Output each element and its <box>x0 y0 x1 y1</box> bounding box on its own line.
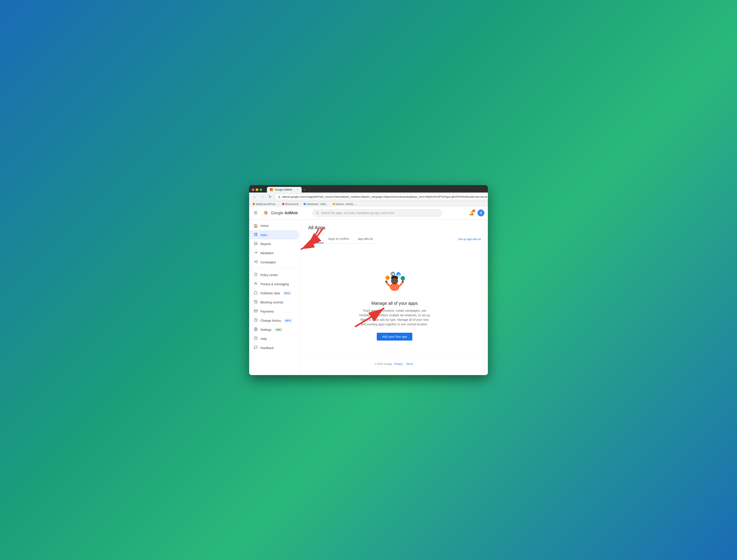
sidebar-item-campaigns[interactable]: Campaigns <box>249 258 299 267</box>
sidebar: 🏠 Home Apps Reports <box>249 220 301 375</box>
sidebar-item-label: Settings <box>261 328 272 331</box>
svg-point-3 <box>316 212 319 214</box>
forward-button[interactable]: → <box>260 194 266 200</box>
tabs-header-row: Apps Apps to confirm app-ads.txt Set up … <box>308 235 481 244</box>
sidebar-item-label: Privacy & messaging <box>261 282 289 286</box>
home-icon: 🏠 <box>254 224 258 228</box>
bookmark-label: Dashboard · Swift... <box>307 203 328 205</box>
search-icon <box>316 211 319 215</box>
campaigns-icon <box>254 260 258 265</box>
sidebar-item-label: Reports <box>261 242 271 246</box>
privacy-icon <box>254 282 258 287</box>
bookmark-dashboard[interactable]: Dashboard · Swift... <box>303 202 328 206</box>
manage-apps-illustration: 📍 ♪ <box>381 270 407 296</box>
svg-point-2 <box>265 212 266 214</box>
add-first-app-button[interactable]: Add your first app <box>377 333 412 341</box>
tab-bar: Google AdMob × + <box>267 187 307 193</box>
tab-close-icon[interactable]: × <box>297 188 299 191</box>
sidebar-item-label: Help <box>261 337 267 341</box>
sidebar-item-label: Policy center <box>261 273 278 277</box>
tab-app-ads-txt[interactable]: app-ads.txt <box>354 235 377 243</box>
bookmark-icon <box>304 203 306 205</box>
bookmark-swifty[interactable]: SwiftyLaunchProd... <box>252 202 278 206</box>
admob-logo-text: Google AdMob <box>271 211 298 215</box>
browser-window: Google AdMob × + ← → ↻ 🔒 admob.google.co… <box>249 185 488 375</box>
bookmark-icon <box>253 203 255 205</box>
sidebar-item-home[interactable]: 🏠 Home <box>249 221 299 230</box>
svg-point-9 <box>255 282 256 283</box>
empty-state-description: Track app performance, create campaigns,… <box>358 308 431 327</box>
close-button[interactable] <box>252 188 254 191</box>
bookmark-explore[interactable]: Explore · Activity · ... <box>332 202 358 206</box>
url-text: admob.google.com/v2/apps/list?utm_source… <box>282 195 488 198</box>
user-avatar[interactable]: S <box>477 209 484 216</box>
app-container: ☰ Google AdMob <box>249 207 488 375</box>
tab-apps-to-confirm[interactable]: Apps to confirm <box>324 235 354 243</box>
bookmark-revenuecat[interactable]: RevenueCat <box>281 202 299 206</box>
hamburger-button[interactable]: ☰ <box>253 209 259 217</box>
back-button[interactable]: ← <box>252 194 258 200</box>
minimize-button[interactable] <box>256 188 258 191</box>
svg-rect-6 <box>254 234 256 236</box>
main-layout: 🏠 Home Apps Reports <box>249 220 488 375</box>
sidebar-item-label: Apps <box>261 233 267 237</box>
mediation-icon <box>254 251 258 255</box>
svg-rect-28 <box>397 275 398 276</box>
search-input[interactable] <box>321 211 439 215</box>
sidebar-item-label: Mediation <box>261 251 274 255</box>
search-wrapper[interactable] <box>312 209 442 217</box>
admob-logo: Google AdMob <box>262 209 298 216</box>
sidebar-item-apps[interactable]: Apps <box>249 230 299 239</box>
sidebar-item-label: Change history <box>261 319 281 322</box>
bookmark-icon <box>282 203 284 205</box>
empty-state: 📍 ♪ <box>308 257 481 349</box>
sidebar-item-policy-center[interactable]: Policy center <box>249 270 299 280</box>
admob-header: ☰ Google AdMob <box>249 207 488 220</box>
sidebar-item-privacy-messaging[interactable]: Privacy & messaging <box>249 280 299 289</box>
svg-rect-11 <box>254 310 257 312</box>
active-tab[interactable]: Google AdMob × <box>267 187 302 193</box>
sidebar-item-publisher-data[interactable]: Publisher data BETA <box>249 289 299 298</box>
maximize-button[interactable] <box>260 188 262 191</box>
notification-button[interactable]: 🔔 4 <box>468 209 476 217</box>
setup-app-ads-link[interactable]: Set up app-ads.txt <box>458 235 481 243</box>
bookmark-label: Explore · Activity · ... <box>336 203 357 205</box>
browser-titlebar: Google AdMob × + <box>249 185 488 193</box>
sidebar-item-help[interactable]: Help <box>249 334 299 343</box>
sidebar-item-label: Payments <box>261 310 274 313</box>
content-area: All Apps Apps Apps to confirm app-ads.tx… <box>301 220 488 375</box>
sidebar-item-feedback[interactable]: Feedback <box>249 343 299 352</box>
tab-apps[interactable]: Apps <box>308 235 324 243</box>
svg-rect-5 <box>256 233 257 234</box>
sidebar-item-mediation[interactable]: Mediation <box>249 249 299 258</box>
svg-point-22 <box>402 280 404 283</box>
sidebar-item-label: Publisher data <box>261 292 280 295</box>
sidebar-divider <box>249 268 301 269</box>
new-tab-button[interactable]: + <box>302 187 307 193</box>
empty-state-title: Manage all of your apps <box>371 301 417 306</box>
sidebar-item-settings[interactable]: Settings NEW <box>249 325 299 334</box>
sidebar-item-change-history[interactable]: Change history BETA <box>249 316 299 325</box>
blocking-icon <box>254 300 258 305</box>
sidebar-item-label: Blocking controls <box>261 301 284 304</box>
svg-text:📍: 📍 <box>386 277 389 279</box>
admob-logo-icon <box>262 209 269 216</box>
terms-link[interactable]: Terms <box>406 362 413 366</box>
sidebar-item-blocking-controls[interactable]: Blocking controls <box>249 298 299 307</box>
browser-toolbar: ← → ↻ 🔒 admob.google.com/v2/apps/list?ut… <box>249 193 488 201</box>
apps-grid-icon <box>254 232 258 237</box>
bookmarks-bar: SwiftyLaunchProd... RevenueCat Dashboard… <box>249 201 488 207</box>
new-badge: NEW <box>275 328 282 331</box>
bookmark-label: RevenueCat <box>285 203 299 205</box>
svg-point-19 <box>393 280 394 281</box>
sidebar-item-reports[interactable]: Reports <box>249 239 299 249</box>
tab-title: Google AdMob <box>275 188 292 191</box>
svg-rect-7 <box>256 234 257 236</box>
address-bar[interactable]: 🔒 admob.google.com/v2/apps/list?utm_sour… <box>275 194 488 200</box>
refresh-button[interactable]: ↻ <box>267 194 273 200</box>
sidebar-item-label: Feedback <box>261 346 274 350</box>
privacy-link[interactable]: Privacy <box>394 362 402 366</box>
help-icon <box>254 336 258 341</box>
sidebar-item-payments[interactable]: Payments <box>249 307 299 316</box>
svg-point-13 <box>255 329 256 329</box>
